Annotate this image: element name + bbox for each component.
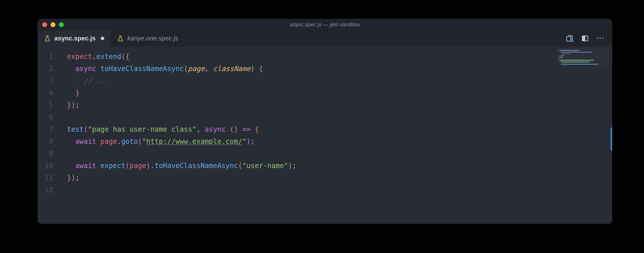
line-number: 4 <box>38 87 62 99</box>
overview-ruler-marker <box>611 127 612 150</box>
code-line[interactable] <box>67 184 612 196</box>
line-number: 5 <box>38 99 62 111</box>
window-titlebar[interactable]: async.spec.js — jest-sandbox <box>38 19 612 30</box>
code-line[interactable]: await page.goto("http://www.example.com/… <box>67 135 612 148</box>
line-number: 10 <box>38 160 62 172</box>
flask-icon <box>117 35 124 42</box>
line-number: 2 <box>38 63 62 75</box>
tab-async-spec[interactable]: async.spec.js <box>38 30 111 46</box>
code-line[interactable]: │ // ... <box>67 75 612 87</box>
line-number: 9 <box>38 148 62 160</box>
minimize-window-button[interactable] <box>51 22 55 27</box>
code-content[interactable]: expect.extend({ async toHaveClassNameAsy… <box>62 46 612 224</box>
window-title: async.spec.js — jest-sandbox <box>38 22 612 28</box>
code-line[interactable] <box>67 111 612 123</box>
zoom-window-button[interactable] <box>59 22 64 27</box>
code-line[interactable]: }); <box>67 172 612 184</box>
line-number: 12 <box>38 184 62 196</box>
line-number: 11 <box>38 172 62 184</box>
traffic-lights <box>42 22 64 27</box>
editor-tabs: async.spec.js kanye.one.spec.js <box>38 30 612 46</box>
line-number: 7 <box>38 123 62 135</box>
svg-rect-3 <box>582 36 585 41</box>
more-actions-icon[interactable]: ··· <box>597 34 605 42</box>
code-line[interactable]: async toHaveClassNameAsync(page, classNa… <box>67 63 612 75</box>
minimap[interactable] <box>557 48 609 66</box>
code-line[interactable]: expect.extend({ <box>67 51 612 63</box>
code-line[interactable]: await expect(page).toHaveClassNameAsync(… <box>67 160 612 172</box>
tab-label: kanye.one.spec.js <box>127 35 178 42</box>
line-number-gutter: 1 2 3 4 5 6 7 8 9 10 11 12 <box>38 46 62 224</box>
line-number: 1 <box>38 51 62 63</box>
code-editor[interactable]: 1 2 3 4 5 6 7 8 9 10 11 12 expect.extend… <box>38 46 612 224</box>
tab-kanye-one-spec[interactable]: kanye.one.spec.js <box>111 30 185 46</box>
open-changes-icon[interactable] <box>565 34 574 42</box>
tab-label: async.spec.js <box>54 35 96 42</box>
close-window-button[interactable] <box>42 22 47 27</box>
line-number: 8 <box>38 135 62 148</box>
line-number: 6 <box>38 111 62 123</box>
code-line[interactable]: } <box>67 87 612 99</box>
split-editor-icon[interactable] <box>581 34 589 42</box>
code-line[interactable]: }); <box>67 99 612 111</box>
svg-rect-0 <box>567 37 571 41</box>
editor-window: async.spec.js — jest-sandbox async.spec.… <box>38 19 612 224</box>
flask-icon <box>44 35 51 42</box>
dirty-indicator-icon[interactable] <box>101 37 104 40</box>
editor-actions: ··· <box>565 30 612 46</box>
code-line[interactable]: test("page has user-name class", async (… <box>67 123 612 135</box>
svg-point-1 <box>571 40 573 42</box>
code-line[interactable] <box>67 148 612 160</box>
line-number: 3 <box>38 75 62 87</box>
